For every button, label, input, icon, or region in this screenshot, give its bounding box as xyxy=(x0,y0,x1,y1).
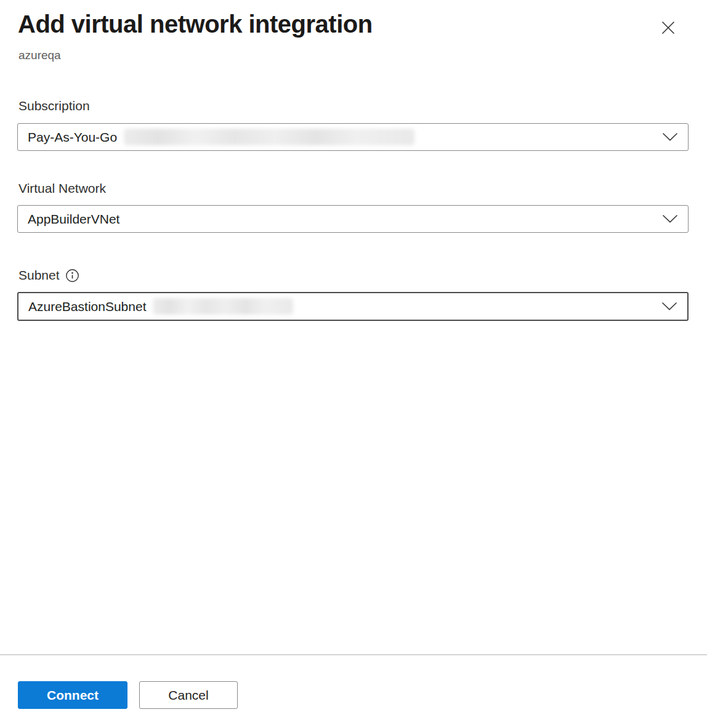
redacted-subnet-range xyxy=(153,298,293,315)
subnet-dropdown[interactable]: AzureBastionSubnet xyxy=(17,292,689,321)
cancel-button[interactable]: Cancel xyxy=(139,681,238,709)
info-icon[interactable] xyxy=(65,268,80,283)
chevron-down-icon xyxy=(661,302,677,311)
virtual-network-label-text: Virtual Network xyxy=(18,181,106,196)
subnet-label: Subnet xyxy=(18,268,80,283)
redacted-subscription-id xyxy=(124,129,414,145)
subscription-dropdown[interactable]: Pay-As-You-Go xyxy=(17,123,689,151)
page-title: Add virtual network integration xyxy=(18,10,373,38)
virtual-network-label: Virtual Network xyxy=(18,181,106,196)
virtual-network-selected-value: AppBuilderVNet xyxy=(28,212,119,227)
resource-name-subtitle: azureqa xyxy=(18,49,61,62)
subscription-label: Subscription xyxy=(18,99,90,113)
subscription-selected-value: Pay-As-You-Go xyxy=(28,130,117,145)
chevron-down-icon xyxy=(662,214,678,224)
chevron-down-icon xyxy=(662,132,678,142)
subnet-label-text: Subnet xyxy=(18,268,60,283)
close-icon xyxy=(660,20,676,36)
close-button[interactable] xyxy=(656,16,680,39)
subnet-selected-value: AzureBastionSubnet xyxy=(28,299,146,314)
footer-divider xyxy=(0,654,707,655)
connect-button[interactable]: Connect xyxy=(18,681,127,709)
virtual-network-dropdown[interactable]: AppBuilderVNet xyxy=(17,205,689,233)
subscription-label-text: Subscription xyxy=(18,99,90,113)
add-vnet-integration-dialog: Add virtual network integration azureqa … xyxy=(0,0,707,728)
